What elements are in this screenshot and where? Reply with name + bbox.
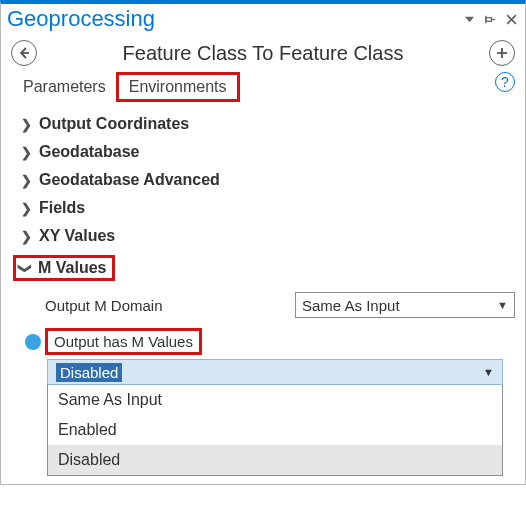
chevron-right-icon: ❯ (19, 201, 33, 216)
combo-selected-value: Disabled (56, 363, 122, 382)
chevron-right-icon: ❯ (19, 145, 33, 160)
pin-icon[interactable] (483, 12, 498, 27)
chevron-down-icon: ▼ (497, 299, 508, 311)
dropdown-option[interactable]: Same As Input (48, 385, 502, 415)
tab-environments[interactable]: Environments (116, 72, 240, 102)
output-has-m-values-label: Output has M Values (45, 328, 202, 355)
section-fields[interactable]: ❯ Fields (19, 194, 515, 222)
output-has-m-values-dropdown: Same As Input Enabled Disabled (47, 385, 503, 476)
tab-parameters[interactable]: Parameters (13, 75, 116, 99)
info-icon (25, 334, 41, 350)
output-m-domain-row: Output M Domain Same As Input ▼ (19, 286, 515, 324)
section-label: XY Values (39, 227, 115, 245)
tool-title: Feature Class To Feature Class (37, 42, 489, 65)
section-label: M Values (38, 259, 106, 277)
help-icon[interactable]: ? (495, 72, 515, 92)
combo-value: Same As Input (302, 297, 497, 314)
section-geodatabase-advanced[interactable]: ❯ Geodatabase Advanced (19, 166, 515, 194)
dropdown-icon[interactable] (462, 12, 477, 27)
dropdown-option[interactable]: Disabled (48, 445, 502, 475)
section-label: Fields (39, 199, 85, 217)
chevron-down-icon: ▼ (483, 366, 494, 378)
chevron-right-icon: ❯ (19, 173, 33, 188)
output-m-domain-combo[interactable]: Same As Input ▼ (295, 292, 515, 318)
section-label: Geodatabase (39, 143, 139, 161)
svg-rect-0 (486, 17, 492, 21)
section-label: Geodatabase Advanced (39, 171, 220, 189)
section-xy-values[interactable]: ❯ XY Values (19, 222, 515, 250)
section-m-values[interactable]: ❯ M Values (13, 250, 515, 286)
close-icon[interactable] (504, 12, 519, 27)
dropdown-option[interactable]: Enabled (48, 415, 502, 445)
output-m-domain-label: Output M Domain (45, 297, 295, 314)
output-has-m-values-combo[interactable]: Disabled ▼ (47, 359, 503, 385)
add-button[interactable] (489, 40, 515, 66)
section-geodatabase[interactable]: ❯ Geodatabase (19, 138, 515, 166)
back-button[interactable] (11, 40, 37, 66)
chevron-right-icon: ❯ (19, 229, 33, 244)
chevron-down-icon: ❯ (18, 261, 33, 275)
panel-title: Geoprocessing (7, 6, 456, 32)
chevron-right-icon: ❯ (19, 117, 33, 132)
section-output-coordinates[interactable]: ❯ Output Coordinates (19, 110, 515, 138)
section-label: Output Coordinates (39, 115, 189, 133)
